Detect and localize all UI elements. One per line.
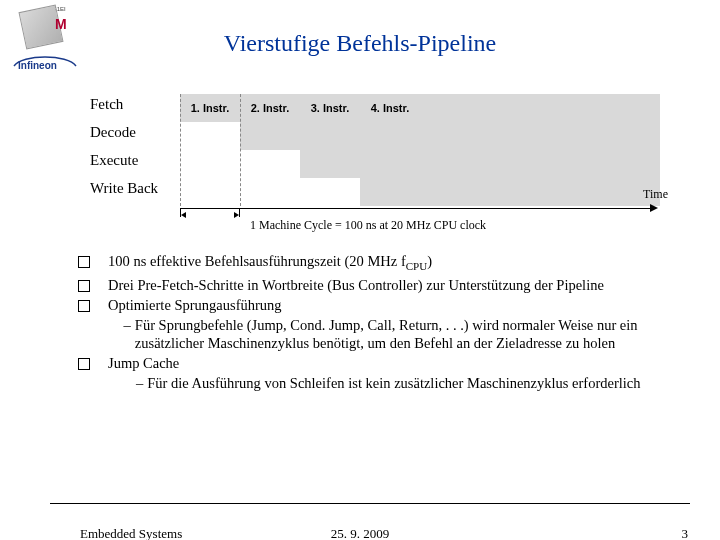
footer-right: 3 — [682, 526, 689, 540]
footer-center: 25. 9. 2009 — [0, 526, 720, 540]
cycle-dashed-right — [240, 94, 241, 206]
bullet-2: Drei Pre-Fetch-Schritte in Wortbreite (B… — [108, 276, 678, 294]
cycle-dashed-left — [180, 94, 181, 206]
stage-decode: Decode — [90, 118, 158, 146]
cycle-annotation: 1 Machine Cycle = 100 ns at 20 MHz CPU c… — [250, 218, 486, 233]
bullet-icon — [78, 256, 90, 268]
bullet-icon — [78, 280, 90, 292]
pipeline-grid: 1. Instr. 2. Instr. 3. Instr. 4. Instr. — [180, 94, 660, 206]
cell-fetch-4: 4. Instr. — [360, 94, 420, 122]
bullet-3-sub1: –Für Sprungbefehle (Jump, Cond. Jump, Ca… — [124, 316, 678, 352]
page-title: Vierstufige Befehls-Pipeline — [0, 30, 720, 57]
pipeline-diagram: Fetch Decode Execute Write Back 1. Instr… — [90, 90, 660, 235]
time-axis-label: Time — [643, 187, 668, 202]
stage-labels: Fetch Decode Execute Write Back — [90, 90, 158, 202]
bullet-3: Optimierte Sprungausführung — [108, 296, 678, 314]
stage-execute: Execute — [90, 146, 158, 174]
cell-fetch-2: 2. Instr. — [240, 94, 300, 122]
bullet-1: 100 ns effektive Befehlsausführungszeit … — [108, 252, 678, 274]
stage-writeback: Write Back — [90, 174, 158, 202]
bullet-4-sub1: –Für die Ausführung von Schleifen ist ke… — [136, 374, 641, 392]
cycle-width-marker-icon — [179, 209, 241, 219]
bullet-icon — [78, 358, 90, 370]
time-axis-arrow-icon — [180, 202, 658, 216]
cell-fetch-1: 1. Instr. — [180, 94, 240, 122]
svg-text:Infineon: Infineon — [18, 60, 57, 71]
bullet-4: Jump Cache — [108, 354, 678, 372]
bullet-list: 100 ns effektive Befehlsausführungszeit … — [78, 252, 678, 394]
bullet-icon — [78, 300, 90, 312]
stage-fetch: Fetch — [90, 90, 158, 118]
cell-fetch-3: 3. Instr. — [300, 94, 360, 122]
footer-separator — [50, 503, 690, 504]
